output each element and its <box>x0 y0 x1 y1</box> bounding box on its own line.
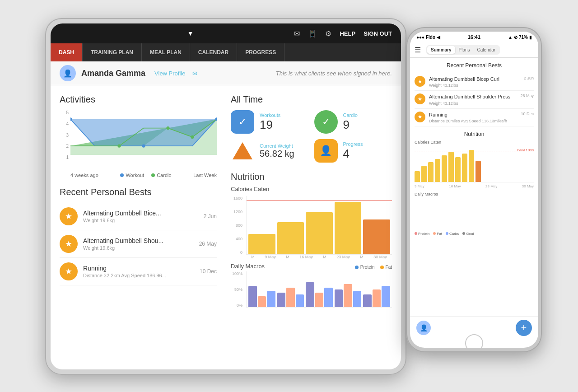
calories-chart: 160012008004000 <box>231 196 392 255</box>
macros-chart: 100%50%0% <box>231 271 392 308</box>
nav-dash[interactable]: DASH <box>51 43 83 61</box>
pb-date-2: 26 May <box>199 241 217 247</box>
chart-yaxis: 5 4 3 2 1 <box>60 110 69 160</box>
weight-label: Current Weight <box>260 143 294 149</box>
wifi-icon: ⊘ <box>514 35 517 40</box>
right-panel: All Time ✓ Workouts 19 ✓ Card <box>226 94 392 360</box>
iphone-pb-item-2: ★ Alternating Dumbbell Shoulder Press We… <box>415 91 534 108</box>
legend-protein-item: Protein <box>355 265 375 270</box>
svg-point-6 <box>117 145 121 148</box>
settings-icon[interactable]: ⚙ <box>325 29 331 38</box>
iphone-home-indicator <box>410 339 538 348</box>
hamburger-icon[interactable]: ☰ <box>415 46 421 54</box>
iphone-pb-name-3: Running <box>429 112 517 118</box>
iphone-pb-detail-3: Distance 20miles Avg Speed 116.13miles/h <box>429 119 517 123</box>
tab-summary[interactable]: Summary <box>427 46 455 54</box>
iphone-pb-title: Recent Personal Bests <box>415 62 534 69</box>
battery-level: 71% <box>519 35 528 40</box>
signal-icon: ▲ <box>508 35 513 40</box>
iphone-cal-bar-9 <box>469 150 474 182</box>
workout-dot <box>120 173 124 177</box>
iphone-calories-chart: Goal 1880 <box>415 146 534 182</box>
legend-workout: Workout <box>120 173 144 178</box>
iphone-cal-bar-8 <box>462 154 467 182</box>
iphone-macros-legend: Protein Fat Carbs Goal <box>415 232 534 236</box>
pb-detail-1: Weight 19.6kg <box>83 218 198 223</box>
iphone-pb-item-1: ★ Alternating Dumbbell Bicep Curl Weight… <box>415 73 534 91</box>
activities-title: Activities <box>60 94 217 105</box>
ipad-device: ▼ ✉ 📱 ⚙ HELP SIGN OUT DASH TRAINING PLAN… <box>45 18 406 375</box>
x-label-left: 4 weeks ago <box>70 173 98 178</box>
iphone-pb-name-1: Alternating Dumbbell Bicep Curl <box>429 76 520 82</box>
macros-title: Daily Macros <box>231 263 265 270</box>
iphone-pb-date-3: 10 Dec <box>521 112 534 116</box>
help-link[interactable]: HELP <box>340 30 355 37</box>
tab-plans[interactable]: Plans <box>455 46 474 54</box>
iphone-macros-label: Daily Macros <box>415 192 534 196</box>
bar-group-1 <box>248 196 275 254</box>
bar-group-3 <box>306 196 333 254</box>
star-badge-2: ★ <box>60 235 78 253</box>
iphone-pb-info-2: Alternating Dumbbell Shoulder Press Weig… <box>429 93 517 105</box>
battery-info: ▲ ⊘ 71% ▮ <box>508 35 532 40</box>
ipad-topbar-right: ✉ 📱 ⚙ HELP SIGN OUT <box>294 29 392 38</box>
signout-link[interactable]: SIGN OUT <box>364 30 392 37</box>
personal-bests-title: Recent Personal Bests <box>60 187 217 197</box>
pb-name-1: Alternating Dumbbell Bice... <box>83 210 198 217</box>
battery-icon: ▮ <box>529 35 532 40</box>
triangle-icon <box>233 142 252 159</box>
nav-training-plan[interactable]: TRAINING PLAN <box>83 43 142 61</box>
iphone-content: Recent Personal Bests ★ Alternating Dumb… <box>410 58 538 316</box>
alltime-workouts-info: Workouts 19 <box>260 112 280 132</box>
activities-chart: 5 4 3 2 1 <box>60 110 217 169</box>
iphone-goal-line <box>415 151 534 151</box>
weight-value: 56.82 kg <box>260 149 294 159</box>
nav-calendar[interactable]: CALENDAR <box>190 43 237 61</box>
macro-group-4 <box>335 271 362 307</box>
mail-icon[interactable]: ✉ <box>294 29 300 38</box>
goal-line <box>247 201 392 201</box>
iphone-topnav: ☰ Summary Plans Calendar <box>410 42 538 58</box>
ipad-navigation: DASH TRAINING PLAN MEAL PLAN CALENDAR PR… <box>51 43 401 61</box>
nav-progress[interactable]: PROGRESS <box>237 43 284 61</box>
pb-item-3: ★ Running Distance 32.2km Avg Speed 186.… <box>60 258 217 285</box>
carrier-text: ●●● Fido ◀ <box>416 35 440 40</box>
progress-label: Progress <box>343 141 363 147</box>
iphone-cal-bar-5 <box>442 155 447 182</box>
bar-group-5 <box>363 196 390 254</box>
legend-cardio: Cardio <box>151 173 171 178</box>
svg-marker-2 <box>70 119 217 146</box>
personal-bests-section: Recent Personal Bests ★ Alternating Dumb… <box>60 187 217 285</box>
fat-dot <box>380 266 384 269</box>
pb-detail-3: Distance 32.2km Avg Speed 186.96... <box>83 273 194 278</box>
alltime-section: All Time ✓ Workouts 19 ✓ Card <box>231 94 392 163</box>
activities-section: Activities 5 4 3 2 1 <box>60 94 217 178</box>
pb-date-3: 10 Dec <box>200 268 217 275</box>
macros-yaxis: 100%50%0% <box>231 271 244 308</box>
svg-point-4 <box>142 145 145 148</box>
cardio-icon: ✓ <box>314 110 338 134</box>
macro-group-1 <box>248 271 275 307</box>
pb-info-2: Alternating Dumbbell Shou... Weight 19.6… <box>83 237 194 251</box>
star-badge-1: ★ <box>60 207 78 225</box>
alltime-cardio-info: Cardio 9 <box>343 112 358 132</box>
tab-calendar[interactable]: Calendar <box>474 46 499 54</box>
cal-bar-1 <box>248 234 275 254</box>
iphone-pb-info-3: Running Distance 20miles Avg Speed 116.1… <box>429 112 517 123</box>
calories-yaxis: 160012008004000 <box>231 196 244 255</box>
iphone-status-bar: ●●● Fido ◀ 16:41 ▲ ⊘ 71% ▮ <box>410 32 538 42</box>
iphone-calories-label: Calories Eaten <box>415 140 534 145</box>
phone-icon[interactable]: 📱 <box>308 29 317 38</box>
view-profile-link[interactable]: View Profile <box>154 70 185 77</box>
iphone-cal-bar-7 <box>455 157 461 182</box>
macros-header: Daily Macros Protein Fat <box>231 263 392 270</box>
iphone-cal-bar-2 <box>421 166 427 182</box>
nav-meal-plan[interactable]: MEAL PLAN <box>142 43 190 61</box>
pb-name-3: Running <box>83 265 194 272</box>
fab-add-button[interactable]: + <box>516 320 532 336</box>
workouts-icon: ✓ <box>231 110 254 134</box>
svg-point-7 <box>166 126 169 130</box>
message-icon: ✉ <box>192 70 197 77</box>
cardio-dot <box>151 173 155 177</box>
pb-detail-2: Weight 19.6kg <box>83 245 194 251</box>
